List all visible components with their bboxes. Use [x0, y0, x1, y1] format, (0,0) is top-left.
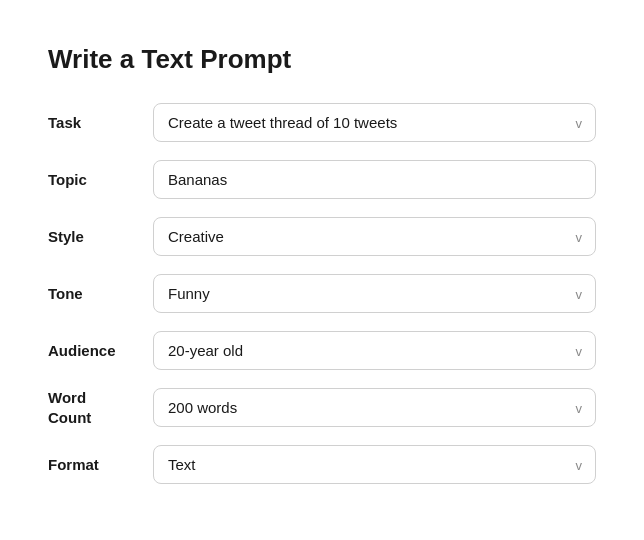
- topic-row: Topic: [48, 160, 596, 199]
- task-label: Task: [48, 113, 153, 133]
- task-select-wrapper: Create a tweet thread of 10 tweets Write…: [153, 103, 596, 142]
- task-row: Task Create a tweet thread of 10 tweets …: [48, 103, 596, 142]
- style-select-wrapper: Creative Formal Casual Professional: [153, 217, 596, 256]
- wordcount-select[interactable]: 200 words 500 words 1000 words 1500 word…: [153, 388, 596, 427]
- audience-label: Audience: [48, 341, 153, 361]
- topic-label: Topic: [48, 170, 153, 190]
- tone-row: Tone Funny Serious Neutral Inspirational: [48, 274, 596, 313]
- wordcount-label: Word Count: [48, 388, 153, 427]
- audience-select-wrapper: 20-year old 30-year old General audience…: [153, 331, 596, 370]
- main-container: Write a Text Prompt Task Create a tweet …: [20, 20, 624, 526]
- task-select[interactable]: Create a tweet thread of 10 tweets Write…: [153, 103, 596, 142]
- style-select[interactable]: Creative Formal Casual Professional: [153, 217, 596, 256]
- style-label: Style: [48, 227, 153, 247]
- audience-row: Audience 20-year old 30-year old General…: [48, 331, 596, 370]
- tone-label: Tone: [48, 284, 153, 304]
- tone-select[interactable]: Funny Serious Neutral Inspirational: [153, 274, 596, 313]
- page-title: Write a Text Prompt: [48, 44, 596, 75]
- wordcount-row: Word Count 200 words 500 words 1000 word…: [48, 388, 596, 427]
- topic-input[interactable]: [153, 160, 596, 199]
- wordcount-select-wrapper: 200 words 500 words 1000 words 1500 word…: [153, 388, 596, 427]
- tone-select-wrapper: Funny Serious Neutral Inspirational: [153, 274, 596, 313]
- format-select-wrapper: Text Markdown HTML Bullet Points: [153, 445, 596, 484]
- format-row: Format Text Markdown HTML Bullet Points: [48, 445, 596, 484]
- audience-select[interactable]: 20-year old 30-year old General audience…: [153, 331, 596, 370]
- format-label: Format: [48, 455, 153, 475]
- format-select[interactable]: Text Markdown HTML Bullet Points: [153, 445, 596, 484]
- style-row: Style Creative Formal Casual Professiona…: [48, 217, 596, 256]
